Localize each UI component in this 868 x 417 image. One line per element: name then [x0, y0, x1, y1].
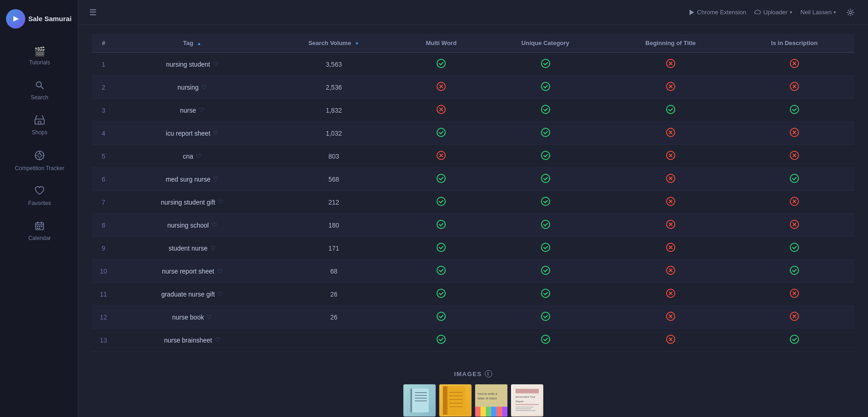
- tag-heart-icon[interactable]: ♡: [213, 176, 218, 183]
- red-x-icon: [436, 150, 446, 160]
- tag-heart-icon[interactable]: ♡: [213, 61, 218, 68]
- tutorials-label: Tutorials: [29, 59, 50, 66]
- svg-rect-143: [515, 407, 533, 407]
- shops-label: Shops: [32, 129, 47, 136]
- calendar-label: Calendar: [29, 235, 51, 241]
- thumbnail-2[interactable]: [439, 384, 472, 417]
- sidebar-item-calendar[interactable]: Calendar: [0, 215, 78, 248]
- image-thumbnails: how to write a letter of intent: [92, 384, 854, 417]
- hamburger-menu[interactable]: ☰: [89, 7, 97, 17]
- green-check-icon: [540, 288, 551, 298]
- svg-point-101: [541, 289, 550, 297]
- col-multi-word: Multi Word: [398, 34, 484, 52]
- sidebar-item-competition-tracker[interactable]: Competition Tracker: [0, 144, 78, 178]
- table-header: # Tag ▲ Search Volume ▼ Multi Word Uniqu: [92, 34, 854, 52]
- col-beginning-of-title: Beginning of Title: [607, 34, 735, 52]
- thumbnail-3[interactable]: how to write a letter of intent: [475, 384, 508, 417]
- cell-search-volume: 2,536: [270, 76, 398, 99]
- svg-rect-19: [41, 226, 42, 228]
- table-row: 1 nursing student ♡ 3,563: [92, 52, 854, 76]
- col-is-in-description: Is in Description: [735, 34, 854, 52]
- sidebar-item-tutorials[interactable]: 🎬 Tutorials: [0, 40, 78, 72]
- red-x-icon: [789, 311, 799, 321]
- tag-heart-icon[interactable]: ♡: [212, 222, 217, 228]
- green-check-icon: [436, 58, 446, 69]
- thumbnail-1[interactable]: [403, 384, 436, 417]
- tag-heart-icon[interactable]: ♡: [199, 107, 204, 114]
- green-check-icon: [789, 242, 799, 252]
- tag-heart-icon[interactable]: ♡: [218, 199, 224, 206]
- tag-heart-icon[interactable]: ♡: [213, 130, 218, 137]
- user-menu-btn[interactable]: Neil Lassen ▾: [800, 9, 836, 16]
- tag-heart-icon[interactable]: ♡: [210, 245, 216, 251]
- cell-multi-word: [398, 145, 484, 168]
- sidebar-item-favorites[interactable]: Favorites: [0, 180, 78, 213]
- svg-rect-137: [502, 407, 507, 417]
- logo-icon: [6, 9, 25, 29]
- sidebar-item-shops[interactable]: Shops: [0, 109, 78, 142]
- uploader-label: Uploader: [763, 9, 788, 16]
- tag-heart-icon[interactable]: ♡: [217, 268, 223, 274]
- logo[interactable]: Sale Samurai: [6, 5, 71, 40]
- thumbnail-3-img: how to write a letter of intent: [475, 384, 507, 417]
- green-check-icon: [540, 219, 551, 229]
- tag-text: nursing: [178, 84, 199, 91]
- svg-point-89: [541, 243, 550, 251]
- cell-beginning-of-title: [607, 260, 735, 283]
- cell-tag: nurse book ♡: [115, 306, 270, 329]
- green-check-icon: [540, 81, 551, 91]
- cell-tag: nurse ♡: [115, 99, 270, 122]
- cell-multi-word: [398, 260, 484, 283]
- svg-point-99: [790, 266, 799, 274]
- svg-point-46: [667, 105, 675, 114]
- cell-beginning-of-title: [607, 99, 735, 122]
- chrome-extension-btn[interactable]: Chrome Extension: [688, 9, 746, 16]
- svg-point-93: [790, 243, 799, 251]
- cell-tag: student nurse ♡: [115, 237, 270, 260]
- svg-point-48: [437, 128, 445, 137]
- svg-point-23: [849, 11, 852, 14]
- tag-text: cna: [183, 153, 194, 160]
- cell-multi-word: [398, 329, 484, 352]
- images-info-icon[interactable]: i: [485, 370, 492, 377]
- svg-point-66: [437, 174, 445, 183]
- cell-is-in-description: [735, 306, 854, 329]
- cloud-icon: [754, 9, 761, 16]
- settings-btn[interactable]: [844, 6, 857, 19]
- table-row: 9 student nurse ♡ 171: [92, 237, 854, 260]
- svg-point-94: [437, 266, 445, 274]
- green-check-icon: [436, 265, 446, 275]
- tag-heart-icon[interactable]: ♡: [196, 153, 201, 160]
- cell-tag: nurse brainsheet ♡: [115, 329, 270, 352]
- search-icon: [35, 80, 44, 92]
- tag-cell: nursing student ♡: [120, 61, 265, 68]
- green-check-icon: [540, 150, 551, 160]
- tag-heart-icon[interactable]: ♡: [201, 84, 207, 91]
- green-check-icon: [540, 242, 551, 252]
- cell-beginning-of-title: [607, 283, 735, 306]
- table-row: 7 nursing student gift ♡ 212: [92, 191, 854, 214]
- tag-text: icu report sheet: [166, 130, 211, 137]
- yellow-book-svg: [439, 384, 471, 417]
- svg-text:personalise Your: personalise Your: [515, 395, 535, 398]
- cell-is-in-description: [735, 122, 854, 145]
- thumbnail-4[interactable]: personalise Your Report: [511, 384, 544, 417]
- red-x-icon: [436, 104, 446, 114]
- red-x-icon: [436, 81, 446, 91]
- cell-num: 8: [92, 214, 115, 237]
- svg-text:Report: Report: [515, 400, 523, 403]
- col-tag[interactable]: Tag ▲: [115, 34, 270, 52]
- sidebar-item-search[interactable]: Search: [0, 74, 78, 107]
- header-right: Chrome Extension Uploader ▾ Neil Lassen …: [688, 6, 857, 19]
- svg-point-116: [437, 335, 445, 343]
- cell-is-in-description: [735, 260, 854, 283]
- svg-rect-144: [515, 409, 531, 409]
- green-check-icon: [540, 58, 551, 69]
- uploader-btn[interactable]: Uploader ▾: [754, 9, 792, 16]
- tag-text: nurse report sheet: [162, 268, 214, 275]
- tag-heart-icon[interactable]: ♡: [215, 337, 220, 343]
- tag-heart-icon[interactable]: ♡: [207, 314, 212, 320]
- col-search-volume[interactable]: Search Volume ▼: [270, 34, 398, 52]
- tag-cell: nurse brainsheet ♡: [120, 337, 265, 344]
- tag-heart-icon[interactable]: ♡: [218, 291, 223, 297]
